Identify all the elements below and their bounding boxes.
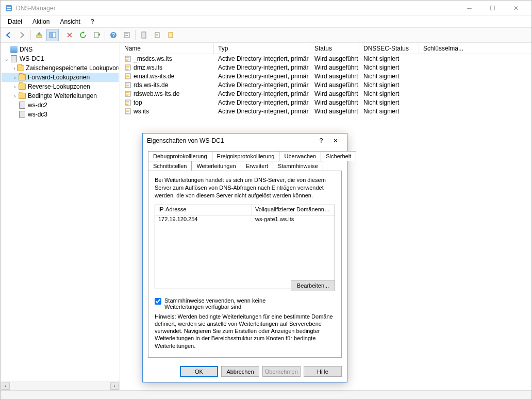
zone-row[interactable]: dmz.ws.itsActive Directory-integriert, p… [120, 63, 531, 72]
export-button[interactable] [90, 29, 103, 41]
svg-rect-18 [126, 57, 129, 58]
column-keymaster[interactable]: Schlüsselma... [419, 43, 475, 54]
use-roothints-checkbox[interactable] [155, 298, 161, 305]
up-button[interactable] [33, 29, 45, 41]
help-button[interactable]: ? [107, 29, 120, 41]
zone-dnssec: Nicht signiert [359, 64, 419, 71]
fwd-header-fqdn[interactable]: Vollqualifizierter Domänenname f... [252, 205, 335, 215]
new-zone-button[interactable] [164, 29, 177, 41]
column-name[interactable]: Name [120, 43, 214, 54]
zone-row[interactable]: rdsweb.ws-its.deActive Directory-integri… [120, 89, 531, 98]
tab-forwarders[interactable]: Weiterleitungen [191, 161, 241, 171]
list-header: Name Typ Status DNSSEC-Status Schlüsselm… [120, 43, 531, 54]
menu-view[interactable]: Ansicht [56, 17, 84, 26]
zone-type: Active Directory-integriert, primär [214, 73, 310, 80]
tab-debug[interactable]: Debugprotokollierung [148, 151, 212, 161]
forwarders-list[interactable]: IP-Adresse Vollqualifizierter Domänennam… [155, 205, 335, 289]
zone-icon [124, 55, 131, 62]
tree-horizontal-scrollbar[interactable]: ‹ › [1, 381, 120, 390]
svg-rect-11 [125, 35, 128, 36]
properties-button[interactable] [121, 29, 133, 41]
close-button[interactable]: ✕ [504, 1, 527, 16]
tab-event[interactable]: Ereignisprotokollierung [212, 151, 280, 161]
list-body: _msdcs.ws.itsActive Directory-integriert… [120, 54, 531, 115]
forward-button[interactable] [16, 29, 28, 41]
svg-rect-13 [155, 32, 159, 38]
forwarder-row[interactable]: 172.19.120.254ws-gate1.ws.its [155, 215, 335, 224]
svg-rect-24 [126, 69, 128, 70]
fwd-header-ip[interactable]: IP-Adresse [155, 205, 252, 215]
tree-label: Bedingte Weiterleitungen [28, 92, 97, 99]
folder-icon [17, 65, 24, 71]
tree-node-wsdc2[interactable]: ws-dc2 [2, 101, 119, 110]
svg-rect-14 [156, 34, 158, 35]
app-icon [5, 4, 13, 12]
svg-rect-30 [126, 84, 129, 85]
tab-roothints[interactable]: Stammhinweise [273, 161, 323, 171]
tree-label: DNS [20, 46, 32, 53]
svg-rect-0 [6, 5, 12, 11]
dialog-close-button[interactable]: ✕ [328, 137, 343, 144]
column-type[interactable]: Typ [214, 43, 310, 54]
zone-type: Active Directory-integriert, primär [214, 81, 310, 89]
show-hide-tree-button[interactable] [46, 29, 59, 41]
zone-row[interactable]: email.ws-its.deActive Directory-integrie… [120, 72, 531, 80]
help-button[interactable]: Hilfe [304, 366, 342, 377]
tree-node-conditional[interactable]: › Bedingte Weiterleitungen [2, 91, 119, 101]
tree-label: ws-dc3 [28, 111, 47, 118]
menu-file[interactable]: Datei [4, 17, 26, 26]
menu-help[interactable]: ? [87, 17, 98, 26]
tree-root-dns[interactable]: DNS [2, 45, 119, 54]
folder-icon [19, 74, 26, 80]
svg-rect-31 [126, 85, 129, 86]
refresh-button[interactable] [77, 29, 89, 41]
apply-button[interactable]: Übernehmen [262, 366, 301, 377]
tree-node-reverse[interactable]: › Reverse-Lookupzonen [2, 82, 119, 91]
tab-interfaces[interactable]: Schnittstellen [148, 161, 192, 171]
dialog-help-button[interactable]: ? [314, 137, 328, 144]
delete-button[interactable] [63, 29, 76, 41]
maximize-button[interactable]: ☐ [481, 1, 504, 16]
svg-rect-38 [126, 101, 129, 102]
svg-rect-32 [126, 87, 128, 88]
zone-type: Active Directory-integriert, primär [214, 64, 310, 71]
tree-label: ws-dc2 [28, 102, 47, 109]
scroll-left-icon[interactable]: ‹ [2, 382, 10, 390]
svg-rect-2 [7, 9, 11, 10]
tab-advanced[interactable]: Erweitert [241, 161, 273, 171]
menu-action[interactable]: Aktion [28, 17, 54, 26]
zone-dnssec: Nicht signiert [359, 73, 419, 80]
tree-node-forward[interactable]: › Forward-Lookupzonen [2, 73, 119, 82]
zone-name: top [134, 99, 142, 106]
new-button[interactable] [151, 29, 163, 41]
column-status[interactable]: Status [310, 43, 359, 54]
zone-name: dmz.ws.its [134, 64, 162, 71]
zone-row[interactable]: ws.itsActive Directory-integriert, primä… [120, 107, 531, 115]
back-button[interactable] [3, 29, 15, 41]
tree-node-wsdc3[interactable]: ws-dc3 [2, 110, 119, 119]
zone-dnssec: Nicht signiert [359, 55, 419, 62]
tab-security[interactable]: Sicherheit [321, 151, 356, 161]
filter-button[interactable] [138, 29, 150, 41]
tab-panel-forwarders: Bei Weiterleitungen handelt es sich um D… [148, 171, 342, 358]
column-dnssec[interactable]: DNSSEC-Status [359, 43, 419, 54]
server-icon [11, 55, 17, 62]
edit-button[interactable]: Bearbeiten... [291, 280, 335, 291]
svg-rect-12 [142, 32, 146, 38]
tree-label: Reverse-Lookupzonen [28, 83, 90, 90]
tab-monitor[interactable]: Überwachen [279, 151, 321, 161]
zone-row[interactable]: rds.ws-its.deActive Directory-integriert… [120, 80, 531, 89]
scroll-right-icon[interactable]: › [110, 382, 119, 390]
zone-row[interactable]: topActive Directory-integriert, primärWi… [120, 98, 531, 107]
zone-icon [124, 64, 131, 71]
cancel-button[interactable]: Abbrechen [221, 366, 259, 377]
zone-row[interactable]: _msdcs.ws.itsActive Directory-integriert… [120, 54, 531, 63]
tree-node-cached[interactable]: › Zwischengespeicherte Lookupvorgänge [2, 63, 119, 73]
zone-dnssec: Nicht signiert [359, 99, 419, 106]
zone-name: email.ws-its.de [134, 73, 174, 80]
tree-node-server[interactable]: ⌄ WS-DC1 [2, 54, 119, 63]
minimize-button[interactable]: ─ [458, 1, 481, 16]
ok-button[interactable]: OK [180, 366, 218, 377]
zone-status: Wird ausgeführt [310, 64, 359, 71]
svg-rect-28 [126, 78, 128, 79]
